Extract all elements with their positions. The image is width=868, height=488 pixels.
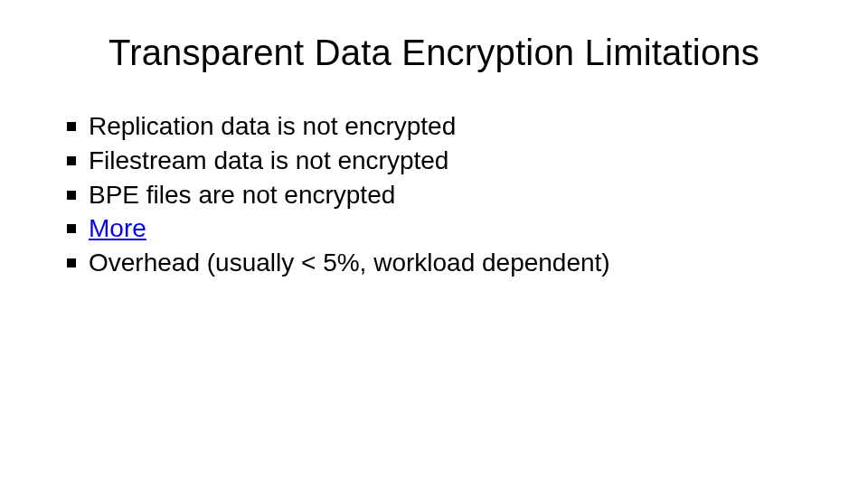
item-text: Replication data is not encrypted [89, 112, 456, 140]
list-item: BPE files are not encrypted [63, 178, 814, 212]
item-text: BPE files are not encrypted [89, 181, 395, 209]
list-item: Filestream data is not encrypted [63, 144, 814, 178]
bullet-list: Replication data is not encrypted Filest… [63, 109, 814, 280]
slide: Transparent Data Encryption Limitations … [0, 0, 868, 488]
more-link[interactable]: More [89, 214, 146, 242]
list-item: Replication data is not encrypted [63, 109, 814, 144]
list-item: More [63, 211, 814, 246]
list-item: Overhead (usually < 5%, workload depende… [63, 246, 814, 280]
item-text: Filestream data is not encrypted [89, 146, 448, 174]
item-text: Overhead (usually < 5%, workload depende… [89, 249, 610, 277]
slide-title: Transparent Data Encryption Limitations [54, 33, 814, 73]
